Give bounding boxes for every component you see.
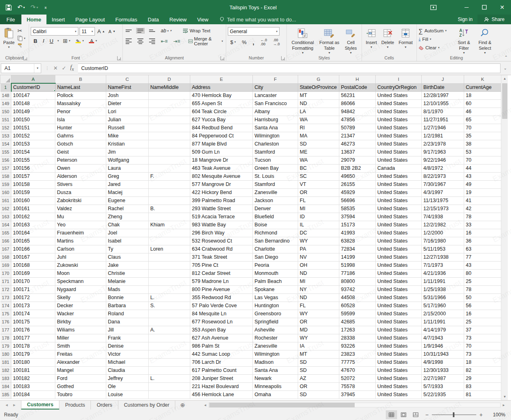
cell-I154[interactable]: United States: [376, 140, 422, 148]
cell-I161[interactable]: United States: [376, 196, 422, 205]
cell-J169[interactable]: 7/1/1973: [422, 261, 464, 269]
cell-F175[interactable]: Greensboro: [253, 310, 298, 318]
cell-G1[interactable]: StateOrProvince: [298, 83, 339, 91]
cell-H151[interactable]: 47856: [339, 116, 376, 124]
sheet-tab-customers-by-order[interactable]: Customers by Order: [118, 401, 176, 409]
row-header-173[interactable]: 173: [0, 293, 11, 302]
sheet-tab-customers[interactable]: Customers: [21, 401, 59, 409]
cell-G180[interactable]: MT: [298, 350, 339, 358]
cell-I159[interactable]: United States: [376, 180, 422, 188]
cell-K171[interactable]: 25: [464, 277, 501, 285]
row-header-161[interactable]: 161: [0, 196, 11, 205]
cell-E171[interactable]: 579 Madrone Ln: [190, 277, 253, 285]
cell-C182[interactable]: Claudia: [106, 366, 149, 374]
cell-C156[interactable]: Wolfgang: [106, 156, 149, 164]
cell-E170[interactable]: 812 Cedar Street: [190, 269, 253, 277]
cell-J151[interactable]: 11/27/1951: [422, 116, 464, 124]
row-header-1[interactable]: 1: [0, 83, 11, 91]
cell-J166[interactable]: 7/16/1980: [422, 237, 464, 245]
cell-G167[interactable]: PA: [298, 245, 339, 253]
tell-me-box[interactable]: Tell me what you want to do...: [214, 15, 302, 24]
row-header-174[interactable]: 174: [0, 302, 11, 310]
cell-K182[interactable]: 82: [464, 366, 501, 374]
cell-K150[interactable]: 46: [464, 108, 501, 116]
cell-F156[interactable]: Tucson: [253, 156, 298, 164]
accounting-format-icon[interactable]: $▾: [229, 39, 237, 46]
cell-E163[interactable]: 519 Acacia Terrace: [190, 213, 253, 221]
cell-A169[interactable]: 100168: [11, 261, 55, 269]
cell-E158[interactable]: 802 Mesquite Avenue: [190, 172, 253, 180]
fill-button[interactable]: ⤓Fill▾: [418, 35, 452, 43]
font-name-select[interactable]: Calibri▾: [31, 27, 78, 36]
cell-A181[interactable]: 100180: [11, 358, 55, 366]
cell-H172[interactable]: 93742: [339, 285, 376, 293]
column-header-G[interactable]: G: [298, 75, 339, 83]
cell-J161[interactable]: 11/13/1975: [422, 196, 464, 205]
cell-C170[interactable]: Christie: [106, 269, 149, 277]
cell-G148[interactable]: MT: [298, 91, 339, 99]
cell-H156[interactable]: 29079: [339, 156, 376, 164]
cell-D181[interactable]: [149, 358, 190, 366]
cell-D168[interactable]: [149, 253, 190, 261]
cell-E182[interactable]: 617 Palmetto Count: [190, 366, 253, 374]
cell-styles-button[interactable]: Cell Styles▼: [342, 26, 360, 56]
cell-B1[interactable]: NameLast: [55, 83, 106, 91]
cell-G166[interactable]: WY: [298, 237, 339, 245]
cell-C173[interactable]: Bonnie: [106, 293, 149, 302]
cell-K180[interactable]: 73: [464, 350, 501, 358]
cell-D164[interactable]: Khiam: [149, 221, 190, 229]
row-header-167[interactable]: 167: [0, 245, 11, 253]
cell-A183[interactable]: 100182: [11, 374, 55, 382]
row-header-163[interactable]: 163: [0, 213, 11, 221]
cell-I152[interactable]: United States: [376, 124, 422, 132]
cell-F164[interactable]: Boise: [253, 221, 298, 229]
row-header-156[interactable]: 156: [0, 156, 11, 164]
cell-K156[interactable]: 70: [464, 156, 501, 164]
cell-F151[interactable]: Harrisburg: [253, 116, 298, 124]
cell-C175[interactable]: Roland: [106, 310, 149, 318]
copy-icon[interactable]: ▾: [16, 35, 27, 42]
row-header-166[interactable]: 166: [0, 237, 11, 245]
row-header-150[interactable]: 150: [0, 108, 11, 116]
cell-A149[interactable]: 100148: [11, 99, 55, 108]
close-button[interactable]: ✕: [493, 0, 511, 15]
cell-D1[interactable]: NameMiddle: [149, 83, 190, 91]
fill-handle[interactable]: [54, 90, 55, 91]
format-as-table-button[interactable]: Format as Table▼: [317, 26, 342, 56]
cell-C158[interactable]: Greg: [106, 172, 149, 180]
cancel-formula-icon[interactable]: ✕: [53, 65, 58, 71]
horizontal-scrollbar[interactable]: ◄ ►: [202, 402, 507, 408]
cell-D161[interactable]: [149, 196, 190, 205]
cell-F170[interactable]: Monmouth: [253, 269, 298, 277]
cell-F158[interactable]: St. Louis: [253, 172, 298, 180]
cell-C154[interactable]: Kristian: [106, 140, 149, 148]
zoom-out-icon[interactable]: −: [425, 412, 429, 418]
cell-A166[interactable]: 100165: [11, 237, 55, 245]
cell-G168[interactable]: NV: [298, 253, 339, 261]
fill-color-icon[interactable]: ▾: [74, 38, 85, 44]
cell-E152[interactable]: 844 Redbud Bend: [190, 124, 253, 132]
cell-C180[interactable]: Victor: [106, 350, 149, 358]
cell-H158[interactable]: 49650: [339, 172, 376, 180]
cell-D172[interactable]: [149, 285, 190, 293]
cell-A159[interactable]: 100158: [11, 180, 55, 188]
column-header-E[interactable]: E: [190, 75, 253, 83]
cell-H185[interactable]: 37945: [339, 390, 376, 399]
row-header-154[interactable]: 154: [0, 140, 11, 148]
cell-J1[interactable]: BirthDate: [422, 83, 464, 91]
cell-C178[interactable]: Frank: [106, 334, 149, 342]
cell-I160[interactable]: United States: [376, 188, 422, 196]
row-header-153[interactable]: 153: [0, 132, 11, 140]
cell-C163[interactable]: Zheng: [106, 213, 149, 221]
font-dialog-launcher[interactable]: [117, 56, 121, 60]
name-box[interactable]: A1 ▾: [1, 63, 41, 73]
menu-tab-page-layout[interactable]: Page Layout: [70, 15, 110, 24]
cell-I1[interactable]: CountryOrRegion: [376, 83, 422, 91]
cell-C162[interactable]: Rachel: [106, 205, 149, 213]
select-all-corner[interactable]: [0, 75, 11, 83]
cell-H149[interactable]: 86066: [339, 99, 376, 108]
cell-I172[interactable]: United States: [376, 285, 422, 293]
cell-B163[interactable]: Mu: [55, 213, 106, 221]
cell-B150[interactable]: Penor: [55, 108, 106, 116]
cut-icon[interactable]: ✂: [16, 27, 27, 34]
